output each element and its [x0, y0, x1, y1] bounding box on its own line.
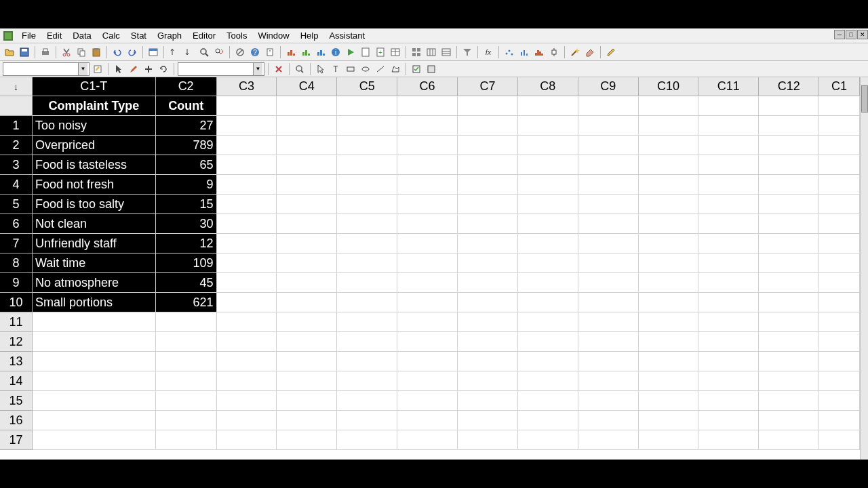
vertical-scrollbar[interactable] — [860, 77, 868, 460]
col-name-c9[interactable] — [578, 96, 639, 116]
cell[interactable]: 65 — [156, 155, 217, 175]
col-name-c8[interactable] — [518, 96, 578, 116]
cell[interactable] — [639, 116, 699, 136]
cell[interactable] — [578, 293, 639, 312]
cell[interactable] — [819, 411, 860, 430]
cell[interactable] — [458, 175, 518, 195]
cell[interactable] — [518, 136, 578, 155]
cell[interactable] — [458, 371, 518, 391]
cell[interactable] — [819, 214, 860, 234]
cell[interactable] — [458, 430, 518, 450]
select-all-corner[interactable]: ↓ — [0, 77, 33, 96]
maximize-button[interactable]: □ — [846, 30, 856, 39]
cell[interactable] — [698, 214, 759, 234]
cell[interactable] — [639, 352, 699, 371]
cell[interactable] — [217, 116, 277, 136]
cell[interactable] — [277, 195, 337, 214]
cell[interactable] — [217, 175, 277, 195]
row-header-5[interactable]: 5 — [0, 195, 33, 214]
cell[interactable]: 45 — [156, 273, 217, 293]
cell[interactable] — [759, 214, 819, 234]
cell[interactable] — [337, 293, 397, 312]
col-name-c12[interactable] — [759, 96, 819, 116]
cell[interactable] — [33, 391, 156, 411]
cell[interactable] — [759, 312, 819, 332]
col-name-c4[interactable] — [277, 96, 337, 116]
cell[interactable] — [819, 195, 860, 214]
cell[interactable] — [578, 273, 639, 293]
menu-edit[interactable]: Edit — [41, 29, 67, 42]
menu-editor[interactable]: Editor — [187, 29, 221, 42]
cell[interactable] — [639, 214, 699, 234]
shape-icon[interactable] — [425, 62, 438, 76]
cell[interactable] — [578, 234, 639, 253]
edit-icon[interactable] — [91, 62, 104, 76]
row-header-2[interactable]: 2 — [0, 136, 33, 155]
cell[interactable] — [698, 312, 759, 332]
select-icon[interactable] — [314, 62, 328, 76]
cell[interactable] — [397, 214, 458, 234]
cell[interactable]: Too noisy — [33, 116, 156, 136]
copy-icon[interactable] — [75, 45, 88, 59]
cell[interactable] — [458, 155, 518, 175]
menu-calc[interactable]: Calc — [97, 29, 125, 42]
cell[interactable] — [698, 411, 759, 430]
no-icon[interactable] — [233, 45, 247, 59]
doc-add-icon[interactable]: + — [374, 45, 387, 59]
save-icon[interactable] — [18, 45, 31, 59]
cell[interactable]: Food is tasteless — [33, 155, 156, 175]
cell[interactable]: Wait time — [33, 253, 156, 273]
cell[interactable] — [518, 116, 578, 136]
cell[interactable] — [518, 352, 578, 371]
cell[interactable] — [578, 430, 639, 450]
cell[interactable]: Food is too salty — [33, 195, 156, 214]
cell[interactable] — [819, 332, 860, 352]
cell[interactable] — [518, 273, 578, 293]
cell[interactable] — [217, 352, 277, 371]
col-name-c5[interactable] — [337, 96, 397, 116]
cell[interactable] — [33, 332, 156, 352]
cell[interactable] — [458, 391, 518, 411]
doc-icon[interactable] — [359, 45, 372, 59]
formula-box[interactable]: ▼ — [178, 62, 264, 76]
brush-icon[interactable] — [127, 62, 140, 76]
cell[interactable] — [759, 116, 819, 136]
cell[interactable] — [397, 391, 458, 411]
polygon-icon[interactable] — [389, 62, 402, 76]
chevron-down-icon[interactable]: ▼ — [78, 63, 87, 75]
cell[interactable] — [639, 332, 699, 352]
cell[interactable] — [458, 411, 518, 430]
cell[interactable] — [698, 253, 759, 273]
filter-icon[interactable] — [460, 45, 474, 59]
cell[interactable] — [337, 155, 397, 175]
cell[interactable] — [578, 391, 639, 411]
cell[interactable] — [639, 253, 699, 273]
cell[interactable] — [819, 391, 860, 411]
cell[interactable] — [397, 253, 458, 273]
cell[interactable] — [759, 391, 819, 411]
cell[interactable] — [397, 155, 458, 175]
cell[interactable] — [337, 214, 397, 234]
table-icon[interactable] — [389, 45, 402, 59]
row-header-4[interactable]: 4 — [0, 175, 33, 195]
menu-stat[interactable]: Stat — [125, 29, 152, 42]
cell[interactable] — [397, 312, 458, 332]
row-header-17[interactable]: 17 — [0, 430, 33, 450]
cell[interactable]: 109 — [156, 253, 217, 273]
cell[interactable] — [759, 332, 819, 352]
cell[interactable] — [397, 371, 458, 391]
undo-icon[interactable] — [111, 45, 124, 59]
cell[interactable] — [518, 175, 578, 195]
redo-icon[interactable] — [125, 45, 139, 59]
wand-icon[interactable] — [568, 45, 582, 59]
rect-icon[interactable] — [344, 62, 357, 76]
row-header-6[interactable]: 6 — [0, 214, 33, 234]
cell[interactable] — [518, 195, 578, 214]
cell[interactable] — [759, 352, 819, 371]
cell[interactable] — [277, 352, 337, 371]
text-icon[interactable]: T — [329, 62, 342, 76]
cell[interactable] — [578, 312, 639, 332]
cell[interactable] — [639, 175, 699, 195]
cell[interactable] — [337, 332, 397, 352]
cell[interactable] — [639, 371, 699, 391]
